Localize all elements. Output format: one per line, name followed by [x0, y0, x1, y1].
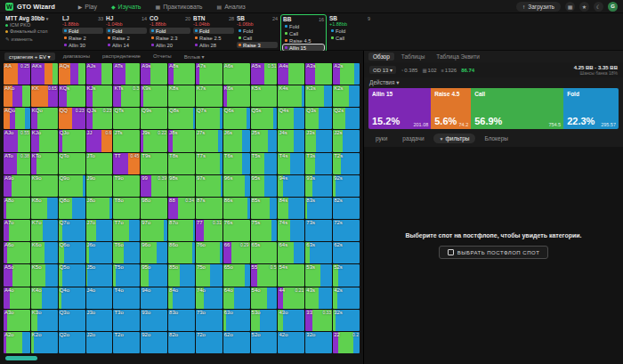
- hand-cell-74s[interactable]: 74s: [278, 220, 304, 241]
- hand-cell-J9s[interactable]: J9s0.22: [141, 130, 167, 151]
- hand-cell-T2o[interactable]: T2o: [113, 332, 140, 353]
- hand-cell-62s[interactable]: 62s: [333, 242, 360, 263]
- hand-cell-42o[interactable]: 42o: [278, 332, 304, 353]
- hand-cell-KTs[interactable]: KTs0.3: [113, 85, 140, 107]
- position-box-lj[interactable]: LJ33-1.88bbFoldRaise 2Allin 30: [62, 15, 103, 48]
- hand-cell-K4o[interactable]: K4o: [31, 287, 58, 309]
- hand-cell-84s[interactable]: 84s: [278, 198, 304, 219]
- hand-cell-J8s[interactable]: J8s: [168, 130, 195, 151]
- action-option-fold[interactable]: Fold: [329, 28, 370, 34]
- hand-cell-84o[interactable]: 84o: [168, 287, 195, 309]
- action-option-call[interactable]: Call: [329, 35, 370, 41]
- hand-cell-K7o[interactable]: K7o: [31, 220, 58, 241]
- hand-cell-A6s[interactable]: A6s: [223, 63, 250, 85]
- hand-cell-Q7o[interactable]: Q7o: [59, 220, 85, 241]
- hand-cell-K2o[interactable]: K2o: [31, 332, 58, 353]
- hand-cell-ATo[interactable]: ATo0.38: [4, 153, 30, 174]
- hand-cell-QQ[interactable]: QQ0.23: [59, 108, 85, 129]
- hand-cell-32o[interactable]: 32o: [305, 332, 332, 353]
- upload-button[interactable]: ↑ Загрузить: [516, 2, 561, 12]
- hand-cell-A2s[interactable]: A2s: [333, 63, 360, 85]
- hand-cell-65o[interactable]: 65o: [223, 264, 250, 286]
- hand-cell-42s[interactable]: 42s: [333, 287, 360, 309]
- hand-cell-T6o[interactable]: T6o: [113, 242, 140, 263]
- hand-cell-T4o[interactable]: T4o: [113, 287, 140, 309]
- hand-cell-TT[interactable]: TT0.45: [113, 153, 140, 174]
- hand-cell-82o[interactable]: 82o: [168, 332, 195, 353]
- hand-cell-A3s[interactable]: A3s: [305, 63, 332, 85]
- hand-cell-J7o[interactable]: J7o: [86, 220, 113, 241]
- hand-cell-A5s[interactable]: A5s0.51: [251, 63, 278, 85]
- hand-cell-64o[interactable]: 64o: [223, 287, 250, 309]
- action-option-fold[interactable]: Fold: [62, 28, 103, 34]
- position-box-sb2[interactable]: SB9+1.88bbFoldCall: [329, 15, 370, 41]
- hand-cell-QTo[interactable]: QTo: [59, 153, 85, 174]
- hand-cell-JTs[interactable]: JTs: [113, 130, 140, 151]
- hand-cell-77[interactable]: 770.31: [196, 220, 222, 241]
- hand-cell-K5s[interactable]: K5s: [251, 85, 278, 107]
- action-option-call[interactable]: Call: [283, 30, 324, 36]
- hand-cell-J2o[interactable]: J2o: [86, 332, 113, 353]
- hand-cell-72o[interactable]: 72o: [196, 332, 222, 353]
- hand-cell-AKo[interactable]: AKo: [4, 85, 30, 107]
- action-option-fold[interactable]: Fold: [283, 23, 324, 29]
- apps-icon[interactable]: ▦: [565, 2, 575, 12]
- hand-cell-Q4s[interactable]: Q4s: [278, 108, 304, 129]
- hand-cell-J4s[interactable]: J4s: [278, 130, 304, 151]
- hand-cell-53s[interactable]: 53s: [305, 264, 332, 286]
- hand-cell-T5s[interactable]: T5s: [251, 153, 278, 174]
- action-segment-raise[interactable]: Raise 4.55.6%74.2: [431, 88, 471, 129]
- hand-cell-A4o[interactable]: A4o: [4, 287, 30, 309]
- hand-cell-J7s[interactable]: J7s: [196, 130, 222, 151]
- hand-cell-QJs[interactable]: QJs0.23: [86, 108, 113, 129]
- subtab-deals[interactable]: раздачи: [396, 133, 430, 143]
- action-segment-call[interactable]: Call56.9%754.5: [471, 88, 563, 129]
- hand-cell-Q2o[interactable]: Q2o: [59, 332, 85, 353]
- hand-cell-Q3s[interactable]: Q3s: [305, 108, 332, 129]
- hand-cell-93o[interactable]: 93o: [141, 310, 167, 331]
- hand-cell-K8o[interactable]: K8o: [31, 198, 58, 219]
- hand-cell-A4s[interactable]: A4s: [278, 63, 304, 85]
- hand-cell-86s[interactable]: 86s: [223, 198, 250, 219]
- hand-cell-AA[interactable]: AA0.25: [4, 63, 30, 85]
- hand-cell-54o[interactable]: 54o: [251, 287, 278, 309]
- position-box-hj[interactable]: HJ14-1.04bbFoldRaise 2Allin 14: [106, 15, 147, 48]
- hand-cell-A9o[interactable]: A9o: [4, 175, 30, 197]
- od-selector[interactable]: OD 13 ▾: [369, 66, 396, 74]
- tab-distribution[interactable]: распределение: [98, 53, 145, 60]
- hand-cell-63s[interactable]: 63s: [305, 242, 332, 263]
- hand-cell-K6s[interactable]: K6s: [223, 85, 250, 107]
- hand-cell-Q5s[interactable]: Q5s: [251, 108, 278, 129]
- hand-cell-Q4o[interactable]: Q4o: [59, 287, 85, 309]
- hand-cell-QTs[interactable]: QTs: [113, 108, 140, 129]
- position-box-co[interactable]: CO20-1.88bbFoldRaise 2.3Allin 20: [150, 15, 190, 48]
- hand-cell-J8o[interactable]: J8o: [86, 198, 113, 219]
- hand-cell-T9o[interactable]: T9o: [113, 175, 140, 197]
- hand-cell-QJo[interactable]: QJo: [59, 130, 85, 151]
- hand-cell-K8s[interactable]: K8s: [168, 85, 195, 107]
- action-option-fold[interactable]: Fold: [150, 28, 190, 34]
- hand-cell-94o[interactable]: 94o: [141, 287, 167, 309]
- hand-cell-A7o[interactable]: A7o: [4, 220, 30, 241]
- action-option-allin-14[interactable]: Allin 14: [106, 42, 147, 48]
- hand-cell-73s[interactable]: 73s: [305, 220, 332, 241]
- hand-cell-72s[interactable]: 72s: [333, 220, 360, 241]
- hand-cell-J9o[interactable]: J9o: [86, 175, 113, 197]
- hand-cell-86o[interactable]: 86o: [168, 242, 195, 263]
- hand-cell-Q2s[interactable]: Q2s: [333, 108, 360, 129]
- action-option-fold[interactable]: Fold: [237, 28, 278, 34]
- hand-cell-97o[interactable]: 97o: [141, 220, 167, 241]
- hand-cell-95o[interactable]: 95o: [141, 264, 167, 286]
- hand-cell-83o[interactable]: 83o: [168, 310, 195, 331]
- hand-cell-A8s[interactable]: A8s: [168, 63, 195, 85]
- hand-cell-K9o[interactable]: K9o: [31, 175, 58, 197]
- hand-cell-96o[interactable]: 96o: [141, 242, 167, 263]
- hand-cell-66[interactable]: 660.29: [223, 242, 250, 263]
- position-box-btn[interactable]: BTN28-1.04bbFoldRaise 2.5Allin 28: [193, 15, 234, 48]
- hand-cell-K9s[interactable]: K9s: [141, 85, 167, 107]
- hand-cell-85o[interactable]: 85o: [168, 264, 195, 286]
- tab-overview[interactable]: Обзор: [368, 53, 394, 61]
- hand-cell-J2s[interactable]: J2s: [333, 130, 360, 151]
- hand-cell-98o[interactable]: 98o: [141, 198, 167, 219]
- hand-cell-AJs[interactable]: AJs: [86, 63, 113, 85]
